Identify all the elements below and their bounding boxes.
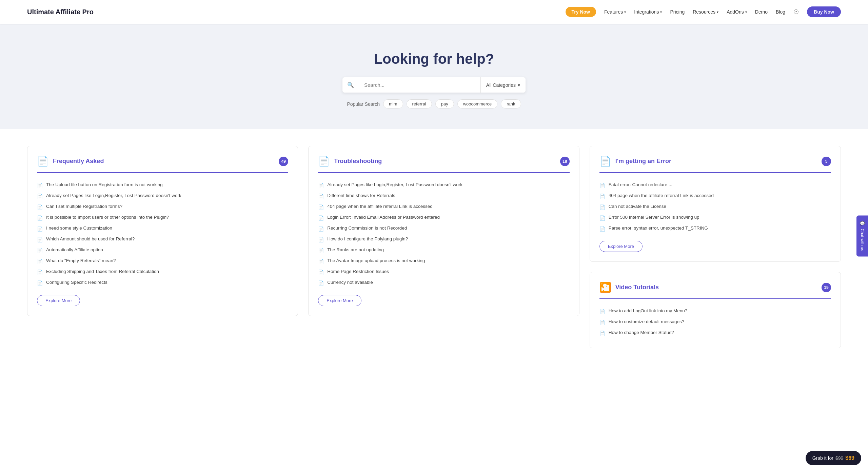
list-item[interactable]: 📄Can not activate the License [599, 201, 831, 212]
list-item[interactable]: 📄Recurring Commission is not Recorded [318, 223, 569, 234]
list-item[interactable]: 📄How to change Member Status? [599, 328, 831, 338]
list-item[interactable]: 📄Already set Pages like Login,Register, … [37, 191, 288, 201]
list-item[interactable]: 📄Home Page Restriction Issues [318, 267, 569, 277]
list-item[interactable]: 📄404 page when the affiliate referral Li… [599, 191, 831, 201]
cards-row: 📄 Frequently Asked 49 📄The Upload file b… [27, 146, 841, 348]
card-title: Frequently Asked [53, 158, 104, 165]
faq-list: 📄The Upload file button on Registration … [37, 180, 288, 288]
doc-icon: 📄 [37, 226, 43, 232]
card-title: Troubleshooting [334, 158, 382, 165]
nav-pricing[interactable]: Pricing [670, 9, 685, 15]
card-title-wrap: 🎦 Video Tutorials [599, 282, 659, 293]
card-badge: 19 [822, 283, 831, 292]
list-item[interactable]: 📄Excluding Shipping and Taxes from Refer… [37, 267, 288, 277]
doc-icon: 📄 [318, 259, 324, 264]
chevron-down-icon: ▾ [660, 10, 662, 14]
card-divider [318, 172, 569, 173]
explore-more-troubleshooting[interactable]: Explore More [318, 295, 361, 306]
list-item[interactable]: 📄Which Amount should be used for Referra… [37, 234, 288, 245]
list-item[interactable]: 📄404 page when the affiliate referral Li… [318, 201, 569, 212]
chevron-down-icon: ▾ [745, 10, 747, 14]
doc-icon: 📄 [318, 237, 324, 242]
doc-icon: 📄 [599, 183, 605, 188]
doc-icon: 📄 [599, 226, 605, 232]
list-item[interactable]: 📄Configuring Specific Redirects [37, 277, 288, 288]
doc-icon: 📄 [37, 215, 43, 221]
list-item[interactable]: 📄Currency not available [318, 277, 569, 288]
main-content: 📄 Frequently Asked 49 📄The Upload file b… [0, 129, 868, 365]
explore-more-faq[interactable]: Explore More [37, 295, 80, 306]
card-badge: 49 [279, 157, 288, 166]
nav-resources[interactable]: Resources ▾ [693, 9, 718, 15]
frequently-asked-card: 📄 Frequently Asked 49 📄The Upload file b… [27, 146, 298, 316]
video-tutorials-card: 🎦 Video Tutorials 19 📄How to add LogOut … [590, 272, 841, 348]
try-now-button[interactable]: Try Now [566, 7, 596, 17]
document-icon: 📄 [599, 156, 611, 167]
list-item[interactable]: 📄The Ranks are not updating [318, 245, 569, 256]
list-item[interactable]: 📄Login Error: Invalid Email Address or P… [318, 212, 569, 223]
chat-sidebar[interactable]: 💬 Chat with us [856, 215, 868, 256]
doc-icon: 📄 [37, 194, 43, 199]
nav-demo[interactable]: Demo [755, 9, 768, 15]
popular-searches: Popular Search mlmreferralpaywoocommerce… [7, 99, 861, 109]
doc-icon: 📄 [318, 280, 324, 286]
list-item[interactable]: 📄Already set Pages like Login,Register, … [318, 180, 569, 191]
chevron-down-icon: ▾ [717, 10, 718, 14]
card-title: Video Tutorials [615, 284, 659, 291]
doc-icon: 📄 [37, 248, 43, 253]
list-item[interactable]: 📄It is possible to Import users or other… [37, 212, 288, 223]
doc-icon: 📄 [37, 259, 43, 264]
list-item[interactable]: 📄I need some style Customization [37, 223, 288, 234]
nav-integrations[interactable]: Integrations ▾ [634, 9, 662, 15]
search-bar: 🔍 All Categories ▾ [342, 77, 526, 93]
nav-features[interactable]: Features ▾ [604, 9, 626, 15]
error-card: 📄 I'm getting an Error 5 📄Fatal error: C… [590, 146, 841, 262]
card-title-wrap: 📄 I'm getting an Error [599, 156, 671, 167]
list-item[interactable]: 📄Can I set multiple Registration forms? [37, 201, 288, 212]
list-item[interactable]: 📄Fatal error: Cannot redeclare ... [599, 180, 831, 191]
card-divider [599, 172, 831, 173]
doc-icon: 📄 [318, 215, 324, 221]
doc-icon: 📄 [318, 270, 324, 275]
list-item[interactable]: 📄How to customize default messages? [599, 317, 831, 328]
card-title: I'm getting an Error [615, 158, 671, 165]
list-item[interactable]: 📄What do "Empty Referrals" mean? [37, 256, 288, 267]
search-input[interactable] [359, 77, 480, 93]
nav-blog[interactable]: Blog [776, 9, 785, 15]
hero-title: Looking for help? [7, 51, 861, 67]
list-item[interactable]: 📄The Upload file button on Registration … [37, 180, 288, 191]
list-item[interactable]: 📄Different time shows for Referrals [318, 191, 569, 201]
troubleshooting-card: 📄 Troubleshooting 18 📄Already set Pages … [308, 146, 579, 316]
doc-icon: 📄 [37, 237, 43, 242]
popular-tag[interactable]: rank [501, 99, 521, 109]
list-item[interactable]: 📄How to add LogOut link into my Menu? [599, 306, 831, 317]
explore-more-error[interactable]: Explore More [599, 241, 643, 252]
doc-icon: 📄 [37, 270, 43, 275]
search-icon: 🔍 [342, 77, 359, 93]
card-title-wrap: 📄 Frequently Asked [37, 156, 104, 167]
popular-tag[interactable]: woocommerce [457, 99, 498, 109]
card-header: 📄 Troubleshooting 18 [318, 156, 569, 167]
doc-icon: 📄 [599, 215, 605, 221]
nav-links: Try Now Features ▾ Integrations ▾ Pricin… [566, 6, 841, 17]
doc-icon: 📄 [599, 204, 605, 210]
buy-now-button[interactable]: Buy Now [807, 6, 841, 17]
list-item[interactable]: 📄The Avatar Image upload process is not … [318, 256, 569, 267]
list-item[interactable]: 📄How do I configure the Polylang plugin? [318, 234, 569, 245]
category-dropdown[interactable]: All Categories ▾ [480, 77, 526, 93]
list-item[interactable]: 📄Parse error: syntax error, unexpected T… [599, 223, 831, 234]
nav-addons[interactable]: AddOns ▾ [727, 9, 747, 15]
brand: Ultimate Affiliate Pro [27, 8, 94, 16]
document-icon: 📄 [37, 156, 49, 167]
user-icon[interactable]: ☉ [793, 8, 799, 16]
list-item[interactable]: 📄Automatically Affiliate option [37, 245, 288, 256]
doc-icon: 📄 [318, 204, 324, 210]
card-divider [599, 298, 831, 299]
popular-tag[interactable]: referral [407, 99, 432, 109]
doc-icon: 📄 [599, 320, 605, 325]
list-item[interactable]: 📄Error 500 Internal Server Error is show… [599, 212, 831, 223]
popular-tag[interactable]: mlm [383, 99, 403, 109]
popular-tag[interactable]: pay [435, 99, 454, 109]
right-column: 📄 I'm getting an Error 5 📄Fatal error: C… [590, 146, 841, 348]
card-badge: 5 [822, 157, 831, 166]
